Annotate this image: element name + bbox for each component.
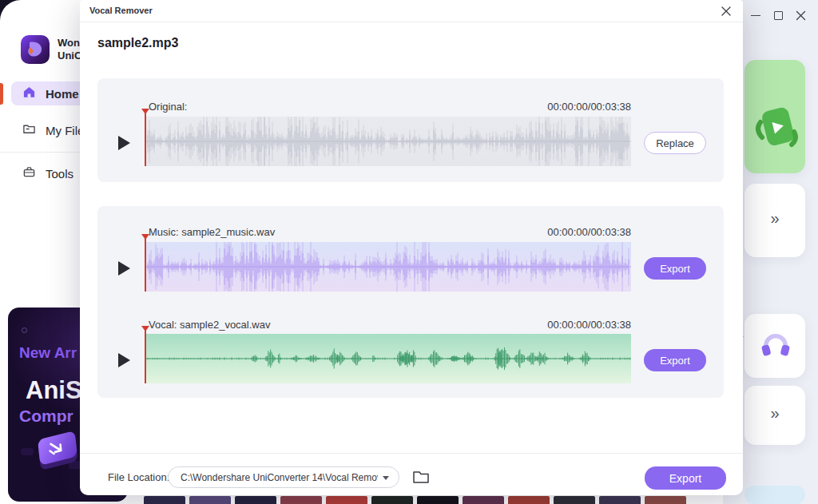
video-feature-card[interactable] xyxy=(745,60,805,173)
thumbnail[interactable] xyxy=(463,496,504,504)
export-vocal-button[interactable]: Export xyxy=(644,349,706,371)
thumbnail[interactable] xyxy=(280,496,322,504)
thumbnail[interactable] xyxy=(235,496,276,504)
sparkle-icon xyxy=(22,327,27,333)
export-all-button[interactable]: Export xyxy=(645,466,726,490)
toolbox-icon xyxy=(22,165,36,181)
promo-eyebrow: New Arr xyxy=(19,344,77,362)
vocal-remover-dialog: Vocal Remover sample2.mp3 Original: 00:0… xyxy=(80,0,743,495)
playhead-music[interactable] xyxy=(141,234,149,292)
video-converter-icon xyxy=(748,101,805,159)
app-logo-icon xyxy=(21,35,50,64)
folder-icon xyxy=(412,469,430,485)
track-label-music: Music: sample2_music.wav xyxy=(149,226,275,238)
expand-panel-button[interactable]: » xyxy=(745,184,805,257)
export-music-button[interactable]: Export xyxy=(644,257,706,280)
double-chevron-icon: » xyxy=(745,404,805,423)
thumbnail[interactable] xyxy=(599,496,641,504)
source-file-name: sample2.mp3 xyxy=(97,36,178,50)
track-label-vocal: Vocal: sample2_vocal.wav xyxy=(149,319,270,331)
thumbnail[interactable] xyxy=(417,496,459,504)
expand-panel-button[interactable]: » xyxy=(745,386,805,445)
promo-subtitle: Compr xyxy=(19,407,73,426)
play-button-music[interactable] xyxy=(118,261,130,276)
thumbnail[interactable] xyxy=(554,496,595,504)
partial-card xyxy=(745,486,805,504)
maximize-button[interactable] xyxy=(769,6,787,24)
home-icon xyxy=(22,85,36,101)
dialog-titlebar: Vocal Remover xyxy=(80,0,743,22)
double-chevron-icon: » xyxy=(745,209,805,228)
sidebar-item-label: My File xyxy=(46,124,84,137)
thumbnail[interactable] xyxy=(326,496,367,504)
thumbnail[interactable] xyxy=(144,496,185,504)
thumbnail[interactable] xyxy=(189,496,231,504)
window-close-button[interactable] xyxy=(792,6,809,24)
minimize-icon xyxy=(751,15,760,16)
active-nav-indicator xyxy=(0,83,3,105)
waveform-vocal[interactable] xyxy=(146,334,631,383)
folder-icon xyxy=(22,122,36,138)
sidebar-item-label: Home xyxy=(46,87,79,101)
audio-feature-card[interactable] xyxy=(745,314,805,378)
playhead-line xyxy=(145,110,146,166)
waveform-music[interactable] xyxy=(146,242,631,292)
file-location-label: File Location: xyxy=(108,471,169,483)
track-time-vocal: 00:00:00/00:03:38 xyxy=(511,319,631,331)
footer-divider xyxy=(80,453,743,454)
file-location-dropdown[interactable]: C:\Wondershare UniConverter 14\Vocal Rem… xyxy=(168,466,399,488)
playhead-line xyxy=(145,327,146,383)
thumbnail[interactable] xyxy=(371,496,413,504)
close-icon xyxy=(721,6,731,16)
waveform-original[interactable] xyxy=(146,117,631,166)
thumbnail[interactable] xyxy=(645,496,686,504)
close-icon xyxy=(796,10,806,21)
chevron-down-icon xyxy=(383,476,389,480)
browse-folder-button[interactable] xyxy=(412,469,430,485)
headphones-icon xyxy=(759,328,792,362)
sidebar-item-label: Tools xyxy=(46,167,73,181)
playhead-vocal[interactable] xyxy=(141,326,149,383)
file-location-path: C:\Wondershare UniConverter 14\Vocal Rem… xyxy=(181,472,378,483)
playhead-original[interactable] xyxy=(141,109,149,166)
thumbnail-strip xyxy=(144,496,686,504)
track-label-original: Original: xyxy=(149,101,187,113)
compress-arrow-icon xyxy=(32,434,77,466)
dialog-title: Vocal Remover xyxy=(89,6,153,15)
thumbnail[interactable] xyxy=(508,496,550,504)
play-button-vocal[interactable] xyxy=(118,353,130,367)
play-button-original[interactable] xyxy=(118,136,130,150)
minimize-button[interactable] xyxy=(747,6,764,24)
maximize-icon xyxy=(774,11,783,20)
replace-button[interactable]: Replace xyxy=(644,132,706,154)
sidebar-divider xyxy=(0,152,80,153)
dialog-close-button[interactable] xyxy=(719,4,733,18)
playhead-line xyxy=(145,236,146,292)
track-time-music: 00:00:00/00:03:38 xyxy=(511,226,631,238)
track-time-original: 00:00:00/00:03:38 xyxy=(511,101,631,113)
promo-title: AniS xyxy=(26,376,82,405)
